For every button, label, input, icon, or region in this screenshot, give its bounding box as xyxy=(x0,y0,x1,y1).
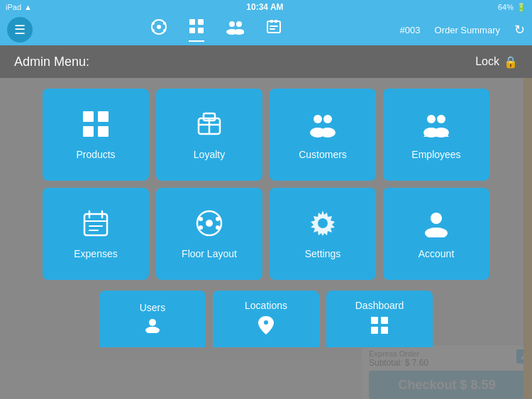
svg-point-46 xyxy=(216,225,220,230)
grid-icon xyxy=(189,18,204,38)
menu-button[interactable]: ☰ xyxy=(7,17,33,43)
tile-dashboard[interactable]: Dashboard xyxy=(326,291,433,347)
svg-rect-18 xyxy=(270,28,275,30)
tab-users[interactable] xyxy=(226,19,244,41)
svg-rect-7 xyxy=(198,19,204,25)
svg-point-42 xyxy=(206,220,213,227)
tile-users[interactable]: Users xyxy=(99,291,206,347)
svg-rect-35 xyxy=(84,214,107,235)
locations-tile-icon xyxy=(257,315,275,338)
refresh-button[interactable]: ↻ xyxy=(514,22,525,38)
svg-rect-57 xyxy=(371,327,378,334)
admin-grid: Products Loyalty xyxy=(0,78,532,291)
svg-point-31 xyxy=(427,115,436,123)
tab-orders[interactable] xyxy=(265,19,282,41)
account-icon xyxy=(423,209,450,241)
account-label: Account xyxy=(419,248,455,259)
svg-rect-6 xyxy=(189,19,195,25)
admin-overlay: Admin Menu: Lock 🔒 xyxy=(0,45,532,399)
floor-layout-label: Floor Layout xyxy=(182,248,237,259)
tile-locations[interactable]: Locations xyxy=(213,291,319,347)
svg-rect-15 xyxy=(270,20,273,23)
products-icon xyxy=(82,110,110,142)
nav-bar: ☰ xyxy=(0,14,532,45)
users-tile-icon xyxy=(143,317,162,336)
tile-customers[interactable]: Customers xyxy=(270,89,376,181)
svg-point-51 xyxy=(149,319,156,326)
svg-point-32 xyxy=(437,115,445,123)
svg-rect-8 xyxy=(189,28,195,33)
svg-point-28 xyxy=(323,115,332,123)
expenses-icon xyxy=(82,209,109,241)
lock-icon: 🔒 xyxy=(504,55,518,69)
orders-icon xyxy=(265,19,282,38)
battery-icon: 🔋 xyxy=(516,3,526,12)
employees-label: Employees xyxy=(411,149,460,160)
users-icon xyxy=(226,19,244,38)
svg-point-5 xyxy=(163,29,166,32)
customers-label: Customers xyxy=(299,149,347,160)
locations-label: Locations xyxy=(245,300,287,311)
tile-floor-layout[interactable]: Floor Layout xyxy=(156,188,262,280)
svg-point-11 xyxy=(236,21,242,27)
svg-point-52 xyxy=(145,327,160,333)
settings-icon xyxy=(309,209,337,241)
carrier-label: iPad xyxy=(6,3,21,11)
loyalty-icon xyxy=(195,110,223,142)
svg-point-44 xyxy=(216,217,220,221)
tile-expenses[interactable]: Expenses xyxy=(43,188,149,280)
svg-rect-21 xyxy=(83,126,94,137)
time-label: 10:34 AM xyxy=(246,2,283,12)
tile-settings[interactable]: Settings xyxy=(270,188,376,280)
customers-icon xyxy=(308,110,338,142)
floor-layout-icon xyxy=(195,209,223,241)
svg-rect-56 xyxy=(381,317,388,324)
svg-point-4 xyxy=(152,29,155,32)
svg-point-43 xyxy=(199,217,203,221)
svg-point-49 xyxy=(431,213,442,224)
status-left: iPad ▲ xyxy=(6,3,32,11)
settings-label: Settings xyxy=(305,248,341,259)
svg-point-2 xyxy=(152,22,155,25)
svg-point-34 xyxy=(433,128,449,137)
svg-rect-20 xyxy=(98,111,109,122)
dashboard-tile-icon xyxy=(370,315,389,338)
hamburger-icon: ☰ xyxy=(14,22,26,38)
svg-rect-58 xyxy=(381,327,388,334)
tab-movies[interactable] xyxy=(150,19,167,41)
svg-rect-16 xyxy=(275,20,277,23)
lock-label: Lock xyxy=(475,55,499,68)
dashboard-label: Dashboard xyxy=(355,300,404,311)
svg-point-27 xyxy=(314,115,322,123)
order-number: #003 xyxy=(400,25,421,35)
svg-point-48 xyxy=(318,218,328,228)
tile-account[interactable]: Account xyxy=(383,188,489,280)
svg-rect-17 xyxy=(270,26,278,27)
svg-rect-55 xyxy=(371,317,378,324)
battery-label: 64% xyxy=(498,3,514,11)
lock-button[interactable]: Lock 🔒 xyxy=(475,55,518,69)
tile-loyalty[interactable]: Loyalty xyxy=(156,89,262,181)
tile-employees[interactable]: Employees xyxy=(383,89,489,181)
loyalty-label: Loyalty xyxy=(194,149,225,160)
wifi-icon: ▲ xyxy=(24,3,32,11)
tab-grid[interactable] xyxy=(189,18,204,42)
order-summary-label: Order Summary xyxy=(435,25,500,35)
svg-point-10 xyxy=(229,21,235,27)
svg-rect-9 xyxy=(198,28,204,33)
products-label: Products xyxy=(76,149,115,160)
tile-row-3: Users Locations xyxy=(0,291,532,347)
svg-point-30 xyxy=(320,128,336,137)
tile-products[interactable]: Products xyxy=(43,89,149,181)
admin-menu-title: Admin Menu: xyxy=(14,55,89,69)
employees-icon xyxy=(421,110,451,142)
svg-rect-22 xyxy=(98,126,109,137)
tile-row-2: Expenses Floor Layout xyxy=(46,188,486,280)
tile-row-1: Products Loyalty xyxy=(46,89,486,181)
svg-point-54 xyxy=(264,320,268,325)
movies-icon xyxy=(150,19,167,38)
main-content: Admin Menu: Lock 🔒 xyxy=(0,45,532,399)
svg-point-1 xyxy=(157,25,161,29)
svg-rect-19 xyxy=(83,111,94,122)
svg-point-3 xyxy=(163,22,166,25)
